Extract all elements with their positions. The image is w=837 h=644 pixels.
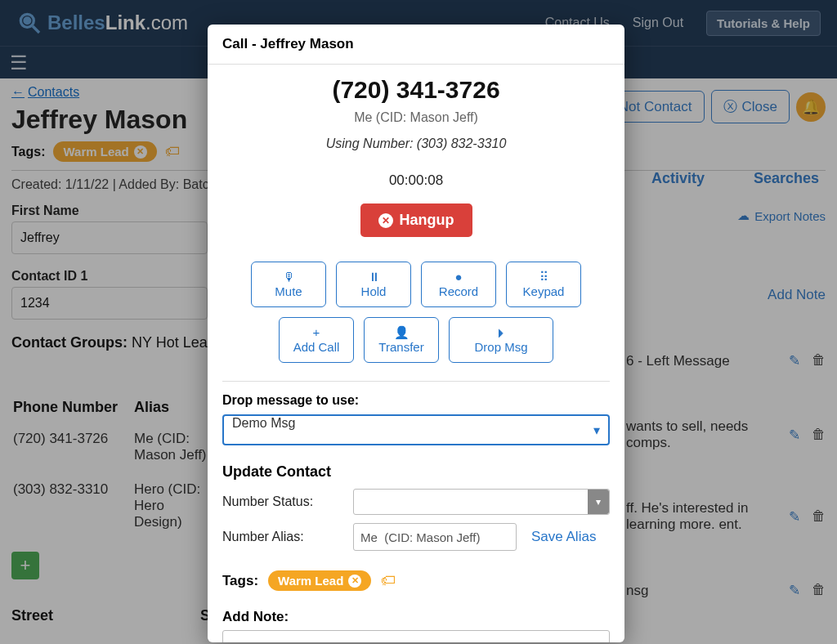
record-button[interactable]: ●Record [421,262,496,307]
chevron-down-icon: ▾ [588,490,609,514]
number-status-select[interactable]: ▾ [353,489,610,515]
modal-tag-pill[interactable]: Warm Lead✕ [268,570,371,591]
tag-icon[interactable]: 🏷 [381,572,396,589]
modal-tags-label: Tags: [222,573,258,589]
play-circle-icon: ⏵ [495,326,508,338]
modal-title: Call - Jeffrey Mason [208,25,624,65]
hangup-button[interactable]: ✕Hangup [360,203,472,237]
transfer-button[interactable]: 👤Transfer [364,317,439,363]
close-circle-icon: ✕ [378,213,393,228]
add-call-button[interactable]: +Add Call [279,317,354,363]
call-timer: 00:00:08 [222,172,610,189]
save-alias-link[interactable]: Save Alias [531,529,596,545]
hold-button[interactable]: ⏸Hold [336,262,411,307]
update-contact-title: Update Contact [222,463,610,481]
mute-button[interactable]: 🎙Mute [251,262,326,307]
call-using-number: Using Number: (303) 832-3310 [222,136,610,151]
drop-message-label: Drop message to use: [222,393,610,408]
number-alias-input[interactable] [353,523,517,551]
drop-msg-button[interactable]: ⏵Drop Msg [449,317,553,363]
mic-icon: 🎙 [283,271,295,283]
keypad-button[interactable]: ⠿Keypad [506,262,581,307]
pause-icon: ⏸ [368,271,380,283]
person-icon: 👤 [394,326,410,338]
note-textarea[interactable] [222,630,610,642]
keypad-icon: ⠿ [539,271,548,283]
number-alias-label: Number Alias: [222,530,345,544]
call-number: (720) 341-3726 [222,76,610,104]
record-icon: ● [454,271,462,283]
remove-tag-icon[interactable]: ✕ [348,575,361,588]
call-alias: Me (CID: Mason Jeff) [222,110,610,125]
plus-icon: + [313,326,320,338]
call-modal: Call - Jeffrey Mason (720) 341-3726 Me (… [208,25,624,642]
number-status-label: Number Status: [222,494,345,509]
add-note-label: Add Note: [222,609,610,625]
drop-message-select[interactable]: Demo Msg [222,414,610,445]
